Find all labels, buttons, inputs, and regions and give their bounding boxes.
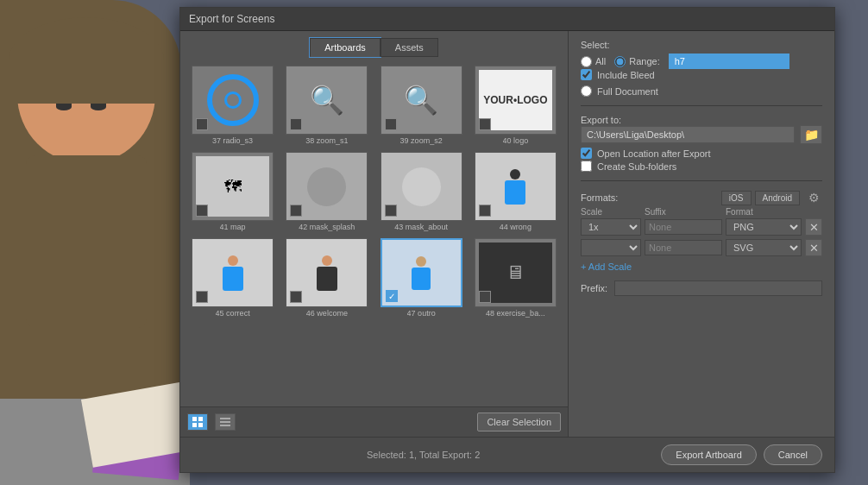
character-torso [26, 155, 147, 328]
remove-format-1-button[interactable]: ✕ [805, 218, 822, 236]
artboard-thumb-37[interactable] [192, 66, 274, 135]
artboard-checkbox-38[interactable] [290, 118, 302, 130]
person-outro-figure [412, 256, 431, 290]
list-item[interactable]: 45 correct [187, 236, 278, 319]
artboard-thumb-47[interactable] [381, 238, 462, 307]
artboard-checkbox-42[interactable] [290, 205, 302, 217]
list-item[interactable]: 🗺 41 map [187, 150, 278, 233]
artboard-label-38: 38 zoom_s1 [305, 136, 348, 145]
artboard-checkbox-39[interactable] [385, 118, 397, 130]
character-hair [9, 17, 164, 104]
person-head-46 [322, 255, 332, 266]
ios-button[interactable]: iOS [721, 191, 752, 205]
list-item[interactable]: 37 radio_s3 [187, 64, 278, 147]
list-item[interactable]: 🔍 39 zoom_s2 [376, 64, 467, 147]
export-artboard-button[interactable]: Export Artboard [661, 444, 756, 465]
artboard-thumb-46[interactable] [286, 238, 368, 307]
tab-assets[interactable]: Assets [381, 38, 438, 57]
person-welcome-figure [317, 255, 337, 291]
gear-icon: ⚙ [808, 191, 820, 205]
create-subfolders-checkbox[interactable] [581, 161, 592, 172]
android-button[interactable]: Android [755, 191, 800, 205]
artboard-grid[interactable]: 37 radio_s3 🔍 38 zoom_s1 🔍 39 zoom_s2 [180, 57, 568, 406]
svg-rect-1 [198, 417, 203, 421]
artboard-checkbox-43[interactable] [385, 205, 397, 217]
artboard-thumb-38[interactable]: 🔍 [286, 66, 368, 135]
range-text-input[interactable] [669, 54, 789, 69]
artboard-thumb-42[interactable] [286, 152, 368, 221]
svg-rect-6 [220, 425, 230, 426]
radio-all-input[interactable] [581, 56, 592, 67]
svg-rect-3 [198, 423, 203, 427]
artboard-thumb-48[interactable]: 🖥 [475, 238, 557, 307]
radio-all-label[interactable]: All [581, 56, 606, 67]
artboard-checkbox-40[interactable] [479, 118, 491, 130]
list-item[interactable]: 47 outro [376, 236, 467, 319]
artboard-checkbox-41[interactable] [196, 205, 208, 217]
tab-artboards[interactable]: Artboards [310, 38, 381, 57]
scale-select-2[interactable]: 1x 2x [581, 239, 641, 256]
suffix-input-2[interactable] [645, 240, 722, 255]
ios-android-row: iOS Android [721, 191, 800, 205]
artboard-checkbox-46[interactable] [290, 291, 302, 303]
remove-format-2-button[interactable]: ✕ [805, 239, 822, 256]
divider-1 [581, 105, 822, 106]
dialog-body: Artboards Assets 37 radio_s3 [180, 31, 834, 437]
format-row-2: 1x 2x SVG PNG JPG PDF ✕ [581, 239, 822, 256]
prefix-input[interactable] [614, 280, 822, 296]
list-item[interactable]: 43 mask_about [376, 150, 467, 233]
formats-section: Formats: iOS Android ⚙ Scale Suffix Form… [581, 190, 822, 274]
artboard-thumb-40[interactable]: YOUR•LOGO [475, 66, 557, 135]
artboard-thumb-41[interactable]: 🗺 [192, 152, 274, 221]
scale-col-header: Scale [581, 207, 641, 217]
list-view-button[interactable] [215, 413, 236, 431]
artboard-checkbox-47[interactable] [386, 290, 398, 302]
artboard-label-48: 48 exercise_ba... [486, 309, 545, 318]
select-row: All Range: [581, 54, 822, 69]
list-item[interactable]: 42 mask_splash [281, 150, 372, 233]
artboard-checkbox-44[interactable] [479, 205, 491, 217]
zoom-icon: 🔍 [310, 84, 344, 117]
scale-select-1[interactable]: 1x 2x 3x [581, 218, 641, 236]
radio-range-input[interactable] [614, 56, 626, 67]
list-item[interactable]: 46 welcome [281, 236, 372, 319]
person-head-47 [416, 256, 426, 267]
svg-rect-4 [220, 418, 230, 419]
artboard-label-45: 45 correct [216, 309, 250, 318]
include-bleed-checkbox[interactable] [581, 69, 592, 80]
grid-view-button[interactable] [187, 413, 208, 431]
browse-folder-button[interactable]: 📁 [800, 125, 822, 144]
radio-full-doc-input[interactable] [581, 85, 592, 97]
right-panel: Select: All Range: Include Bleed [569, 31, 834, 437]
format-select-2[interactable]: SVG PNG JPG PDF [726, 239, 802, 256]
format-select-1[interactable]: PNG SVG JPG PDF [726, 218, 802, 236]
list-item[interactable]: 🖥 48 exercise_ba... [470, 236, 561, 319]
person-correct-figure [223, 255, 243, 291]
artboard-thumb-43[interactable] [381, 152, 462, 221]
artboard-checkbox-45[interactable] [196, 291, 208, 303]
list-item[interactable]: 44 wrong [470, 150, 561, 233]
radio-range-label[interactable]: Range: [614, 56, 659, 67]
cancel-button[interactable]: Cancel [764, 444, 822, 465]
add-scale-button[interactable]: + Add Scale [581, 260, 632, 274]
formats-col-headers: Scale Suffix Format [581, 205, 822, 218]
artboard-thumb-39[interactable]: 🔍 [381, 66, 462, 135]
artboard-label-46: 46 welcome [306, 309, 348, 318]
artboard-checkbox-37[interactable] [196, 118, 208, 130]
dialog-title: Export for Screens [189, 13, 274, 25]
list-item[interactable]: 🔍 38 zoom_s1 [281, 64, 372, 147]
artboard-thumb-45[interactable] [192, 238, 274, 307]
tabs-row: Artboards Assets [180, 31, 568, 57]
formats-settings-button[interactable]: ⚙ [805, 190, 822, 205]
format-row-1: 1x 2x 3x PNG SVG JPG PDF ✕ [581, 218, 822, 236]
formats-label: Formats: [581, 192, 716, 203]
suffix-input-1[interactable] [645, 219, 722, 235]
clear-selection-button[interactable]: Clear Selection [477, 413, 561, 431]
export-path-input[interactable] [581, 126, 795, 143]
artboard-thumb-44[interactable] [475, 152, 557, 221]
list-item[interactable]: YOUR•LOGO 40 logo [470, 64, 561, 147]
open-location-checkbox[interactable] [581, 148, 592, 159]
grid-view-icon [192, 417, 203, 427]
artboard-checkbox-48[interactable] [479, 291, 491, 303]
radio-inner [224, 91, 242, 109]
